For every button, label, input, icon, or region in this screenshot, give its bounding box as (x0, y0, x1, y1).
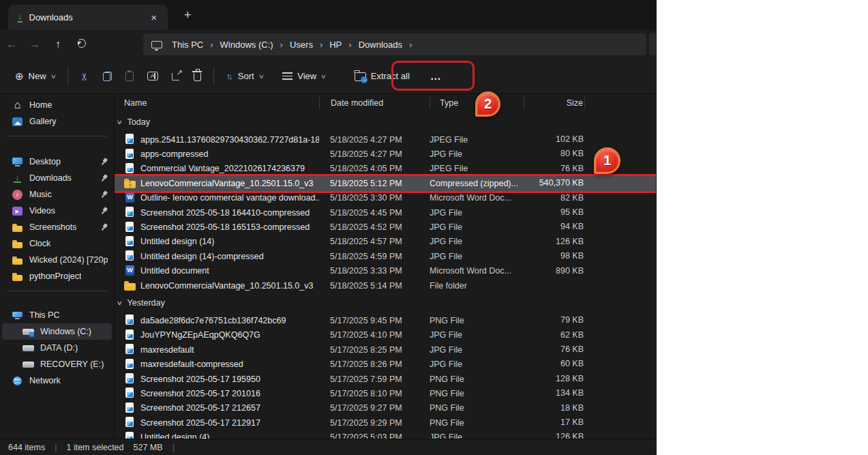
file-date: 5/17/2025 9:29 PM (319, 418, 430, 428)
share-button[interactable] (165, 68, 187, 85)
chevron-right-icon: › (347, 40, 353, 50)
file-type: JPG File (430, 330, 524, 340)
copy-button[interactable] (96, 67, 119, 86)
sidebar-item-videos[interactable]: Videos (2, 203, 112, 219)
file-row[interactable]: apps-compressed5/18/2025 4:27 PMJPG File… (115, 147, 656, 161)
file-row[interactable]: Screenshot 2025-05-17 2010165/17/2025 8:… (115, 386, 656, 400)
file-row[interactable]: da5ade28f6dc7e76751cb136f742bc695/17/202… (115, 313, 656, 327)
file-date: 5/18/2025 4:52 PM (319, 222, 430, 232)
sidebar-item-gallery[interactable]: Gallery (2, 113, 112, 130)
column-header-size[interactable]: Size (524, 97, 585, 109)
see-more-button[interactable]: … (423, 65, 449, 87)
file-size: 126 KB (524, 430, 585, 439)
sidebar-item-home[interactable]: Home (2, 97, 112, 113)
file-type: JPG File (430, 252, 524, 261)
new-button[interactable]: ⊕ New ∨ (8, 65, 62, 87)
sort-label: Sort (238, 71, 254, 81)
file-row[interactable]: Untitled design (4)5/17/2025 5:03 PMJPG … (115, 430, 656, 439)
drive-icon (23, 342, 34, 354)
file-row[interactable]: LenovoCommercialVantage_10.2501.15.0_v35… (115, 176, 656, 190)
drive-win-icon (23, 326, 34, 338)
breadcrumb-item-this-pc[interactable]: This PC (166, 38, 209, 52)
group-header-yesterday[interactable]: ∨Yesterday (115, 293, 656, 313)
file-date: 5/17/2025 7:59 PM (319, 375, 430, 384)
file-row[interactable]: Untitled design (14)-compressed5/18/2025… (115, 249, 656, 263)
back-icon[interactable]: ← (0, 38, 23, 50)
delete-button[interactable] (187, 66, 208, 86)
file-row[interactable]: Screenshot 2025-05-18 165153-compressed5… (115, 220, 656, 234)
file-row[interactable]: Screenshot 2025-05-17 1959505/17/2025 7:… (115, 372, 656, 386)
file-name: JouYPYNgZEpAEqpQKQ6Q7G (140, 330, 260, 340)
sidebar-item-data-d[interactable]: DATA (D:) (2, 340, 112, 356)
sidebar-item-pythonproject[interactable]: pythonProject (2, 268, 112, 284)
tab-downloads[interactable]: ↓ Downloads × (8, 5, 168, 30)
address-row: ← → ↑ This PC›Windows (C:)›Users›HP›Down… (0, 30, 656, 59)
breadcrumb-item-users[interactable]: Users (284, 38, 318, 52)
new-tab-button[interactable]: + (179, 8, 197, 23)
column-header-name[interactable]: Name (115, 97, 319, 109)
file-type: JPG File (430, 237, 524, 246)
paste-button[interactable] (119, 67, 140, 86)
sidebar-item-label: Videos (29, 206, 55, 216)
file-type: JPG File (430, 208, 524, 218)
file-row[interactable]: maxresdefault5/17/2025 8:25 PMJPG File76… (115, 342, 656, 357)
file-row[interactable]: LenovoCommercialVantage_10.2501.15.0_v35… (115, 278, 656, 293)
group-header-today[interactable]: ∨Today (115, 112, 656, 132)
file-row[interactable]: Screenshot 2025-05-17 2129175/17/2025 9:… (115, 415, 656, 430)
tab-close-icon[interactable]: × (147, 12, 161, 23)
sidebar-item-windows-c[interactable]: Windows (C:) (2, 323, 112, 340)
breadcrumb-item-windows-c[interactable]: Windows (C:) (215, 38, 279, 52)
extract-all-button[interactable]: Extract all (348, 66, 417, 86)
file-row[interactable]: apps.25411.13760829730430362.7727d81a-18… (115, 132, 656, 147)
extract-all-label: Extract all (371, 71, 410, 81)
column-header-date-modified[interactable]: Date modified (319, 97, 430, 109)
sidebar-item-desktop[interactable]: Desktop (2, 153, 112, 170)
file-row[interactable]: maxresdefault-compressed5/17/2025 8:26 P… (115, 357, 656, 371)
selection-info: 1 item selected (66, 443, 123, 452)
folder-icon (12, 238, 23, 250)
file-row[interactable]: Outline- lenovo commercial vantage downl… (115, 191, 656, 205)
sidebar-item-recovery-e[interactable]: RECOVERY (E:) (2, 356, 112, 372)
forward-icon[interactable]: → (23, 38, 46, 50)
sidebar-item-network[interactable]: Network (2, 372, 112, 389)
image-file-icon (124, 373, 136, 385)
file-row[interactable]: Screenshot 2025-05-18 164410-compressed5… (115, 205, 656, 220)
file-size: 62 KB (524, 328, 585, 342)
breadcrumb-item-hp[interactable]: HP (324, 38, 347, 52)
file-name-cell: Screenshot 2025-05-17 195950 (115, 373, 319, 385)
sidebar-item-wicked-2024-720p[interactable]: Wicked (2024) [720p] (2, 252, 112, 268)
file-row[interactable]: Untitled document5/18/2025 3:33 PMMicros… (115, 264, 656, 278)
file-size: 98 KB (524, 249, 585, 263)
file-row[interactable]: Untitled design (14)5/18/2025 4:57 PMJPG… (115, 235, 656, 249)
file-list-pane: NameDate modifiedTypeSize ∨Todayapps.254… (115, 94, 656, 439)
view-button[interactable]: View ∨ (275, 66, 333, 86)
sidebar-item-downloads[interactable]: Downloads (2, 170, 112, 186)
sidebar-item-music[interactable]: Music (2, 186, 112, 203)
image-file-icon (124, 359, 136, 370)
sort-button[interactable]: ↑↓ Sort ∨ (220, 66, 270, 86)
sidebar-item-this-pc[interactable]: This PC (2, 307, 112, 323)
file-name-cell: apps-compressed (115, 149, 319, 160)
file-name-cell: JouYPYNgZEpAEqpQKQ6Q7G (115, 329, 319, 341)
file-row[interactable]: Screenshot 2025-05-17 2126575/17/2025 9:… (115, 401, 656, 415)
drive-icon (23, 359, 34, 370)
breadcrumb-item-downloads[interactable]: Downloads (353, 38, 408, 52)
file-row[interactable]: Commercial Vantage_202210261742363795/18… (115, 162, 656, 176)
file-date: 5/17/2025 9:45 PM (319, 316, 430, 325)
file-date: 5/18/2025 5:14 PM (319, 281, 430, 291)
up-icon[interactable]: ↑ (46, 38, 70, 50)
file-size: 76 KB (524, 342, 585, 357)
file-type: Microsoft Word Doc... (430, 193, 524, 203)
file-name-cell: Outline- lenovo commercial vantage downl… (115, 192, 319, 204)
file-name: Screenshot 2025-05-17 212657 (140, 403, 260, 413)
refresh-icon[interactable] (70, 38, 93, 50)
file-row[interactable]: JouYPYNgZEpAEqpQKQ6Q7G5/17/2025 4:10 PMJ… (115, 328, 656, 342)
sidebar-item-screenshots[interactable]: Screenshots (2, 219, 112, 235)
chevron-down-icon: ∨ (320, 73, 327, 80)
sidebar-item-clock[interactable]: Clock (2, 235, 112, 252)
sidebar-divider (7, 136, 107, 136)
address-bar[interactable]: This PC›Windows (C:)›Users›HP›Downloads› (143, 33, 646, 55)
cut-button[interactable]: ✂ (74, 65, 96, 87)
rename-button[interactable]: A (140, 67, 165, 85)
main-area: HomeGalleryDesktopDownloadsMusicVideosSc… (0, 94, 656, 439)
